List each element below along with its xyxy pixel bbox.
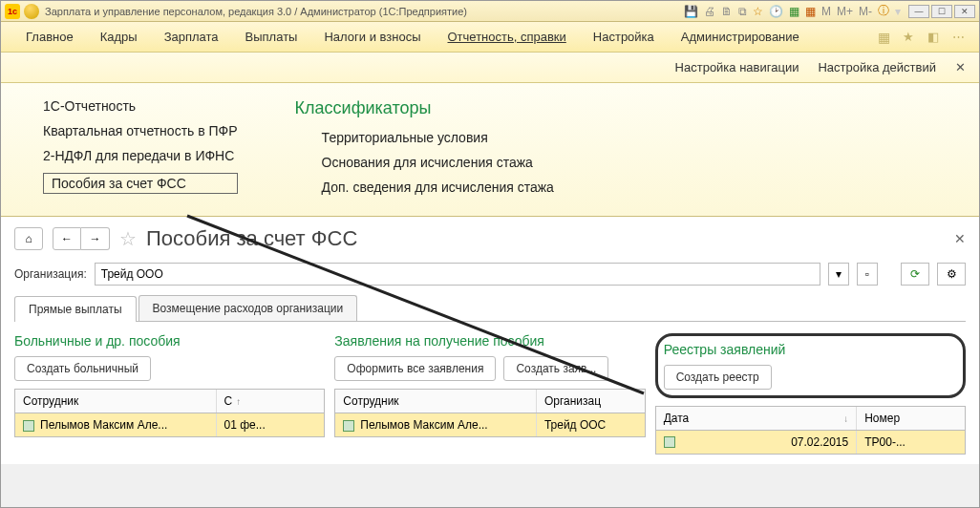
print-icon[interactable]: 🖨 [704, 5, 715, 18]
create-application-button[interactable]: Создать заяв... [503, 356, 608, 381]
minimize-button[interactable]: — [908, 5, 929, 18]
tab-direct-payments[interactable]: Прямые выплаты [14, 296, 137, 322]
create-sickleave-button[interactable]: Создать больничный [14, 356, 151, 381]
document-icon [23, 420, 34, 432]
column-sickleave: Больничные и др. пособия Создать больнич… [14, 333, 325, 455]
reports-left-column: 1С-Отчетность Квартальная отчетность в П… [43, 98, 238, 195]
favorite-page-icon[interactable]: ☆ [119, 227, 137, 250]
menu-reports[interactable]: Отчетность, справки [435, 26, 580, 48]
page-header: ⌂ ← → ☆ Пособия за счет ФСС ✕ [14, 226, 966, 251]
reports-panel: 1С-Отчетность Квартальная отчетность в П… [1, 83, 979, 217]
nav-settings-link[interactable]: Настройка навигации [675, 60, 799, 74]
titlebar-toolbar: 💾 🖨 🗎 ⧉ ☆ 🕑 ▦ ▦ M M+ M- ⓘ ▾ [684, 3, 901, 19]
table-head-sickleave: Сотрудник С↑ [14, 389, 325, 413]
combo-open-button[interactable]: ▫ [857, 263, 878, 286]
table-head-registries: Дата↓ Номер [655, 406, 966, 431]
menu-payments[interactable]: Выплаты [232, 26, 311, 48]
window-title: Зарплата и управление персоналом, редакц… [45, 6, 467, 17]
document-icon [343, 420, 354, 432]
menu-hr[interactable]: Кадры [87, 26, 151, 48]
link-territorial[interactable]: Территориальные условия [322, 130, 554, 145]
organization-combo[interactable]: Трейд ООО [95, 263, 820, 286]
more-icon[interactable]: ⋯ [948, 28, 968, 47]
calendar-icon[interactable]: ▦ [805, 5, 816, 18]
table-row[interactable]: 07.02.2015 ТР00-... [655, 431, 966, 455]
tab-expense-reimbursement[interactable]: Возмещение расходов организации [138, 295, 358, 321]
th-date[interactable]: Дата↓ [656, 407, 858, 430]
create-registry-button[interactable]: Создать реестр [664, 365, 772, 390]
close-window-button[interactable]: ✕ [954, 5, 975, 18]
table-row[interactable]: Пелымов Максим Але... 01 фе... [14, 413, 325, 437]
page-title: Пособия за счет ФСС [146, 226, 357, 251]
reports-right-column: Классификаторы Территориальные условия О… [295, 98, 554, 195]
main-menu: Главное Кадры Зарплата Выплаты Налоги и … [1, 22, 979, 53]
m-minus-button[interactable]: M- [859, 5, 872, 18]
organization-label: Организация: [14, 267, 87, 281]
sort-asc-icon: ↑ [236, 396, 241, 407]
create-all-applications-button[interactable]: Оформить все заявления [334, 356, 496, 381]
settings-button[interactable]: ⚙ [937, 263, 966, 286]
link-1s-report[interactable]: 1С-Отчетность [43, 98, 238, 114]
th-date-from[interactable]: С↑ [217, 390, 325, 413]
table-head-applications: Сотрудник Организац [334, 389, 645, 413]
combo-dropdown-button[interactable]: ▾ [828, 263, 849, 286]
column-applications: Заявления на получение пособия Оформить … [334, 333, 645, 455]
link-fss-benefits[interactable]: Пособия за счет ФСС [43, 173, 238, 194]
calculator-icon[interactable]: ▦ [789, 5, 799, 18]
highlight-box-registries: Реестры заявлений Создать реестр [655, 333, 966, 398]
favorites-star-icon[interactable]: ★ [899, 28, 918, 47]
sort-desc-icon: ↓ [843, 413, 848, 424]
history-icon[interactable]: 🕑 [769, 5, 783, 18]
app-menu-dropdown-icon[interactable] [24, 4, 39, 19]
save-icon[interactable]: 💾 [684, 5, 698, 18]
compare-icon[interactable]: ⧉ [738, 5, 747, 18]
organization-value: Трейд ООО [101, 267, 163, 281]
m-button[interactable]: M [821, 5, 831, 18]
link-stage-basis[interactable]: Основания для исчисления стажа [322, 155, 554, 170]
link-stage-extra[interactable]: Доп. сведения для исчисления стажа [322, 180, 554, 195]
link-ndfl[interactable]: 2-НДФЛ для передачи в ИФНС [43, 148, 238, 163]
workarea: ⌂ ← → ☆ Пособия за счет ФСС ✕ Организаци… [1, 217, 979, 464]
info-dropdown-icon[interactable]: ▾ [895, 5, 901, 18]
table-row[interactable]: Пелымов Максим Але... Трейд ООС [334, 413, 645, 437]
titlebar: 1c Зарплата и управление персоналом, ред… [1, 1, 979, 22]
th-number[interactable]: Номер [857, 407, 965, 430]
column-registries: Реестры заявлений Создать реестр Дата↓ Н… [655, 333, 966, 455]
info-icon[interactable]: ⓘ [878, 3, 889, 19]
link-pfr-quarterly[interactable]: Квартальная отчетность в ПФР [43, 123, 238, 138]
menu-settings[interactable]: Настройка [580, 26, 668, 48]
maximize-button[interactable]: ☐ [931, 5, 952, 18]
column-title-registries: Реестры заявлений [664, 342, 957, 357]
favorite-icon[interactable]: ☆ [753, 5, 763, 18]
menu-main[interactable]: Главное [12, 26, 87, 48]
back-button[interactable]: ← [53, 227, 81, 250]
close-page-icon[interactable]: ✕ [954, 231, 966, 246]
forward-button[interactable]: → [81, 227, 110, 250]
refresh-button[interactable]: ⟳ [901, 263, 929, 286]
preview-icon[interactable]: 🗎 [721, 5, 733, 18]
organization-row: Организация: Трейд ООО ▾ ▫ ⟳ ⚙ [14, 263, 966, 286]
panel-icon[interactable]: ◧ [924, 28, 943, 47]
document-icon [664, 436, 675, 448]
columns-area: Больничные и др. пособия Создать больнич… [14, 333, 966, 455]
app-logo-icon: 1c [5, 4, 20, 19]
menu-taxes[interactable]: Налоги и взносы [310, 26, 434, 48]
tabs: Прямые выплаты Возмещение расходов орган… [14, 295, 966, 322]
classifiers-header: Классификаторы [295, 98, 554, 118]
m-plus-button[interactable]: M+ [837, 5, 853, 18]
sections-grid-icon[interactable]: ▦ [874, 28, 893, 47]
th-employee[interactable]: Сотрудник [15, 390, 217, 413]
column-title-sickleave: Больничные и др. пособия [14, 333, 325, 349]
action-settings-link[interactable]: Настройка действий [818, 60, 936, 74]
close-subnav-icon[interactable]: ✕ [955, 60, 966, 74]
th-employee-2[interactable]: Сотрудник [335, 390, 537, 413]
subnav-bar: Настройка навигации Настройка действий ✕ [1, 53, 979, 83]
menu-admin[interactable]: Администрирование [668, 26, 813, 48]
menu-salary[interactable]: Зарплата [151, 26, 232, 48]
column-title-applications: Заявления на получение пособия [334, 333, 645, 349]
home-button[interactable]: ⌂ [14, 227, 43, 250]
th-org[interactable]: Организац [537, 390, 645, 413]
